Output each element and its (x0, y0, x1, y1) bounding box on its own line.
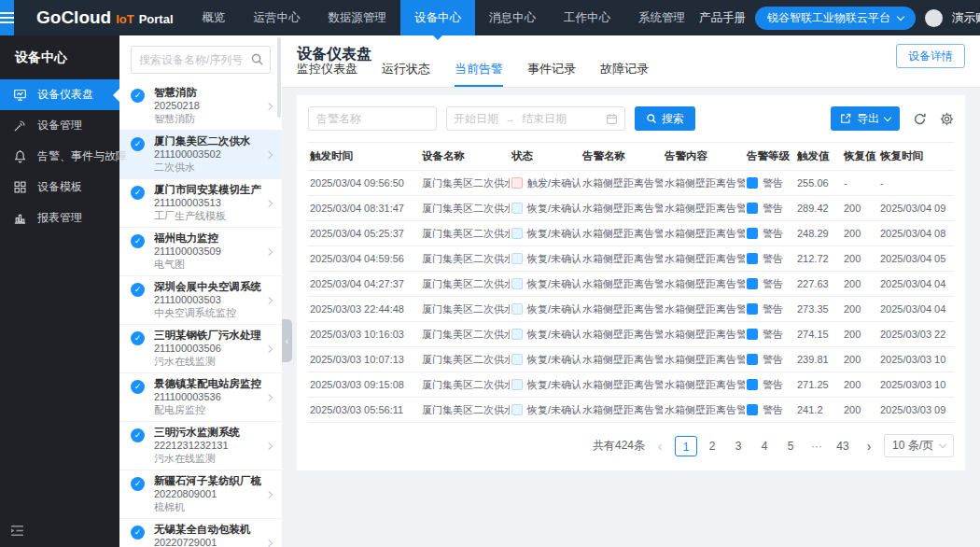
search-icon[interactable] (250, 52, 264, 66)
page-number-43[interactable]: 43 (832, 436, 854, 456)
check-circle-icon: ✓ (131, 526, 145, 540)
status-text: 恢复/未确认 (527, 202, 581, 216)
chevron-right-icon (265, 296, 273, 303)
recovered-status-icon (511, 253, 523, 264)
sidebar-item-label: 设备管理 (37, 118, 82, 133)
column-header: 触发时间 (308, 143, 420, 171)
nav-item-overview[interactable]: 概览 (189, 0, 240, 35)
device-list-item[interactable]: ✓无锡某全自动包装机20220729001全自动包装机 (119, 519, 282, 547)
platform-select-label: 锐谷智联工业物联云平台 (767, 10, 890, 26)
chart-icon (13, 211, 27, 225)
pagination-total: 共有424条 (593, 438, 645, 454)
table-header-row: 触发时间设备名称状态告警名称告警内容告警等级触发值恢复值恢复时间 (308, 143, 954, 171)
sidebar-item-device-management[interactable]: 设备管理 (0, 110, 119, 141)
sidebar-item-label: 设备仪表盘 (37, 87, 93, 103)
device-list-item[interactable]: ✓新疆石河子某纺织厂梳棉机20220809001梳棉机 (119, 470, 282, 519)
menu-fold-icon[interactable] (9, 523, 25, 539)
table-row: 2025/03/04 04:27:37厦门集美区二次供水恢复/未确认水箱侧壁距离… (308, 272, 954, 297)
page-number-5[interactable]: 5 (779, 436, 802, 456)
warning-level-icon (747, 253, 758, 264)
panel-collapse-handle[interactable]: ‹ (282, 319, 292, 362)
device-list-item[interactable]: ✓厦门市同安某模切生产线211100003513工厂生产线模板 (119, 179, 282, 228)
page-number-2[interactable]: 2 (701, 436, 723, 456)
column-header: 恢复时间 (878, 143, 954, 171)
device-list-item[interactable]: ✓福州电力监控211100003509电气图 (119, 228, 282, 276)
device-list-item[interactable]: ✓景德镇某配电站房监控211100003536配电房监控 (119, 373, 282, 422)
account-name[interactable]: 演示账号 (952, 10, 980, 26)
device-template: 污水在线监测 (154, 453, 261, 465)
check-circle-icon: ✓ (131, 428, 145, 442)
sidebar-item-alarm-event-fault[interactable]: 告警、事件与故障 (0, 141, 119, 172)
antenna-icon (13, 119, 27, 133)
warning-level-icon (747, 404, 758, 415)
hamburger-menu-icon[interactable] (0, 0, 14, 35)
search-button[interactable]: 搜索 (635, 106, 695, 131)
device-serial: 20250218 (154, 100, 261, 112)
page-size-select[interactable]: 10 条/页 (884, 434, 954, 457)
page-number-3[interactable]: 3 (727, 436, 749, 456)
tab-event-record[interactable]: 事件记录 (527, 61, 576, 87)
status-text: 恢复/未确认 (527, 227, 581, 241)
sidebar-item-report-management[interactable]: 报表管理 (0, 203, 119, 233)
recovered-status-icon (511, 303, 523, 315)
tab-running-status[interactable]: 运行状态 (382, 61, 430, 87)
device-list-item[interactable]: ✓三明污水监测系统2221231232131污水在线监测 (119, 422, 282, 470)
device-list-item[interactable]: ✓智慧消防20250218智慧消防 (119, 82, 282, 131)
nav-item-operation-center[interactable]: 运营中心 (240, 0, 315, 35)
recovered-status-icon (511, 329, 523, 340)
export-button[interactable]: 导出 (831, 106, 900, 131)
sidebar-item-device-dashboard[interactable]: 设备仪表盘 (0, 79, 119, 110)
column-header: 告警内容 (663, 143, 745, 171)
alarm-name-input[interactable] (308, 106, 437, 131)
page-number-1[interactable]: 1 (675, 436, 697, 456)
tab-fault-record[interactable]: 故障记录 (600, 61, 649, 87)
page-ellipsis[interactable]: ··· (805, 436, 828, 456)
nav-item-work-center[interactable]: 工作中心 (550, 0, 624, 35)
tab-current-alarm[interactable]: 当前告警 (455, 61, 503, 87)
nav-item-message-center[interactable]: 消息中心 (475, 0, 550, 35)
avatar[interactable] (925, 9, 943, 27)
device-name: 福州电力监控 (154, 232, 261, 245)
nav-item-system-management[interactable]: 系统管理 (624, 0, 699, 35)
warning-level-icon (747, 329, 758, 340)
device-list-item[interactable]: ✓三明某钢铁厂污水处理系统211100003506污水在线监测 (119, 325, 282, 373)
tab-monitor-dashboard[interactable]: 监控仪表盘 (297, 61, 357, 87)
grid-icon (13, 180, 27, 194)
search-icon (646, 113, 657, 124)
chevron-right-icon (265, 102, 273, 109)
device-list-item[interactable]: ✓厦门集美区二次供水211100003502二次供水 (119, 131, 282, 179)
status-text: 恢复/未确认 (527, 378, 581, 392)
status-text: 触发/未确认 (527, 176, 581, 190)
check-circle-icon: ✓ (131, 331, 145, 345)
nav-item-data-source[interactable]: 数据源管理 (315, 0, 401, 35)
warning-level-icon (747, 379, 758, 390)
warning-level-icon (747, 354, 758, 365)
recovered-status-icon (511, 228, 523, 239)
scrollbar-thumb[interactable] (277, 37, 281, 118)
level-text: 警告 (763, 328, 783, 342)
sidebar-item-label: 报表管理 (37, 210, 82, 226)
prev-page-icon[interactable]: ‹ (652, 439, 667, 454)
tab-bar: 监控仪表盘运行状态当前告警事件记录故障记录 (297, 61, 649, 87)
date-range-picker[interactable]: 开始日期 → 结束日期 (446, 106, 625, 131)
sidebar-item-device-template[interactable]: 设备模板 (0, 172, 119, 203)
chevron-right-icon (265, 490, 273, 498)
device-template: 工厂生产线模板 (154, 210, 261, 222)
sidebar-item-label: 设备模板 (37, 179, 82, 195)
nav-item-device-center[interactable]: 设备中心 (400, 0, 475, 35)
chevron-down-icon (939, 441, 946, 448)
alarm-table: 触发时间设备名称状态告警名称告警内容告警等级触发值恢复值恢复时间 2025/03… (308, 142, 954, 423)
next-page-icon[interactable]: › (861, 439, 876, 454)
column-header: 状态 (510, 143, 581, 171)
level-text: 警告 (763, 252, 783, 266)
platform-select[interactable]: 锐谷智联工业物联云平台 (755, 7, 916, 30)
settings-gear-icon[interactable] (940, 112, 954, 126)
device-list-item[interactable]: ✓深圳会展中央空调系统211100003503中央空调系统监控 (119, 276, 282, 325)
main-header: 设备仪表盘 设备详情 监控仪表盘运行状态当前告警事件记录故障记录 (282, 35, 980, 88)
product-manual-link[interactable]: 产品手册 (699, 10, 746, 26)
device-template: 配电房监控 (154, 404, 261, 416)
refresh-icon[interactable] (913, 112, 927, 126)
end-date-placeholder: 结束日期 (522, 111, 567, 127)
device-detail-button[interactable]: 设备详情 (896, 44, 965, 68)
page-number-4[interactable]: 4 (753, 436, 776, 456)
